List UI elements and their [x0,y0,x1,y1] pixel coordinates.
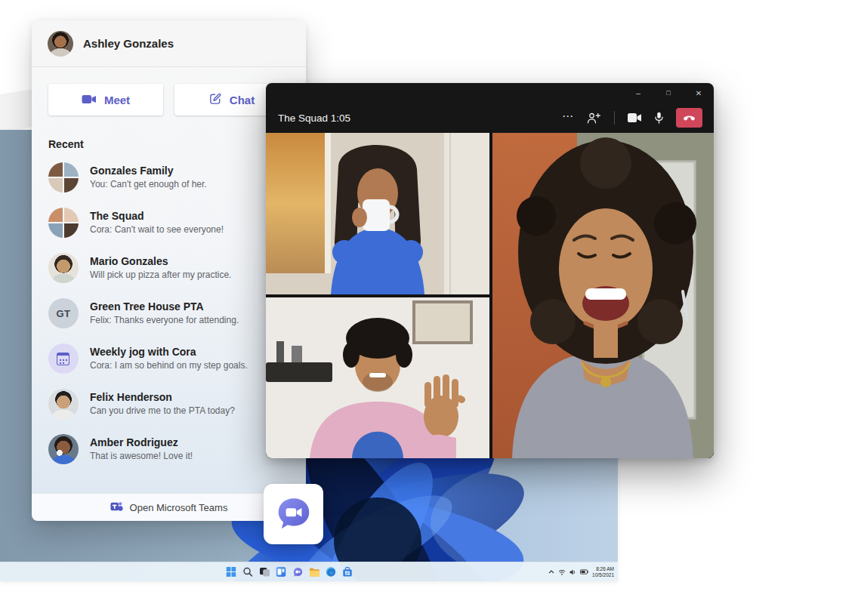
list-item[interactable]: Amber Rodriguez That is awesome! Love it… [32,427,306,472]
microphone-icon[interactable] [655,112,663,124]
chat-button-label: Chat [230,94,255,106]
hero-screenshot: 8:26 AM 10/5/2021 Ashley Gonzales Meet [0,0,855,616]
conversation-name: Felix Henderson [90,391,235,404]
start-button-icon[interactable] [225,565,238,578]
hang-up-button[interactable] [676,108,702,128]
list-item[interactable]: Gonzales Family You: Can't get enough of… [32,155,306,200]
chat-bubble-video-icon [275,495,313,533]
tray-date: 10/5/2021 [592,572,614,578]
user-name: Ashley Gonzales [83,37,174,50]
conversation-name: Amber Rodriguez [90,436,193,449]
conversation-name: Weekly jog with Cora [90,346,248,359]
conversation-preview: Will pick up pizza after my practice. [90,270,231,281]
list-item[interactable]: GT Green Tree House PTA Felix: Thanks ev… [32,291,306,336]
compose-icon [209,92,222,107]
battery-icon[interactable] [580,569,588,574]
flyout-header: Ashley Gonzales [32,20,306,67]
teams-chat-launcher[interactable] [264,484,323,544]
conversation-avatar [48,208,79,238]
store-icon[interactable] [341,565,354,578]
conversation-name: Mario Gonzales [90,255,231,268]
open-teams-label: Open Microsoft Teams [130,502,228,513]
conversation-avatar: GT [48,298,79,328]
conversation-preview: Cora: I am so behind on my step goals. [90,360,248,371]
conversation-list: Gonzales Family You: Can't get enough of… [32,155,306,472]
search-icon[interactable] [242,565,255,578]
tray-time: 8:26 AM [592,566,614,572]
maximize-button[interactable]: □ [653,83,684,103]
list-item[interactable]: The Squad Cora: Can't wait to see everyo… [32,200,306,245]
video-camera-icon [82,94,97,106]
conversation-preview: You: Can't get enough of her. [90,179,207,190]
video-tile-man-waving [266,297,489,458]
conversation-avatar [48,389,79,419]
conversation-avatar [48,162,79,192]
list-item[interactable]: Felix Henderson Can you drive me to the … [32,381,306,427]
video-grid [266,133,714,458]
video-tile-woman-laughing [492,133,714,458]
conversation-name: The Squad [90,210,224,223]
conversation-preview: That is awesome! Love it! [90,451,193,462]
action-buttons: Meet Chat [48,84,289,116]
meet-button[interactable]: Meet [48,84,163,116]
taskbar-icons [225,565,354,578]
recent-heading: Recent [48,138,289,150]
conversation-avatar [48,434,79,464]
teams-chat-flyout: Ashley Gonzales Meet Chat Recent Gonzale… [32,20,306,521]
wifi-icon[interactable] [558,569,566,575]
chat-taskbar-icon[interactable] [292,565,304,578]
teams-call-window: – □ ✕ The Squad 1:05 ⋯ [266,83,714,458]
task-view-icon[interactable] [258,565,271,578]
volume-icon[interactable] [569,569,576,575]
conversation-preview: Can you drive me to the PTA today? [90,405,235,417]
window-controls: – □ ✕ [266,83,714,103]
conversation-preview: Felix: Thanks everyone for attending. [90,315,239,326]
call-toolbar: ⋯ [562,108,702,128]
camera-icon[interactable] [628,113,642,122]
conversation-avatar [48,343,79,374]
system-tray: 8:26 AM 10/5/2021 [548,562,614,581]
taskbar-clock[interactable]: 8:26 AM 10/5/2021 [592,566,614,578]
call-title-bar: The Squad 1:05 ⋯ [266,103,714,133]
more-options-icon[interactable]: ⋯ [562,109,574,126]
list-item[interactable]: Weekly jog with Cora Cora: I am so behin… [32,336,306,381]
toolbar-divider [614,111,615,125]
list-item[interactable]: Mario Gonzales Will pick up pizza after … [32,245,306,291]
file-explorer-icon[interactable] [308,565,321,578]
taskbar: 8:26 AM 10/5/2021 [0,562,618,581]
conversation-avatar [48,253,79,283]
edge-browser-icon[interactable] [325,565,338,578]
teams-logo-icon [110,500,123,515]
meet-button-label: Meet [104,94,130,106]
call-title: The Squad 1:05 [278,112,350,124]
conversation-name: Green Tree House PTA [90,300,239,313]
conversation-name: Gonzales Family [90,165,207,177]
user-avatar[interactable] [48,31,73,57]
widgets-icon[interactable] [275,565,288,578]
add-people-icon[interactable] [587,112,601,124]
video-tile-woman-drinking-from-mug [266,133,489,294]
close-button[interactable]: ✕ [684,83,714,103]
hidden-icons-chevron[interactable] [548,570,554,574]
minimize-button[interactable]: – [623,83,653,103]
conversation-preview: Cora: Can't wait to see everyone! [90,224,224,236]
